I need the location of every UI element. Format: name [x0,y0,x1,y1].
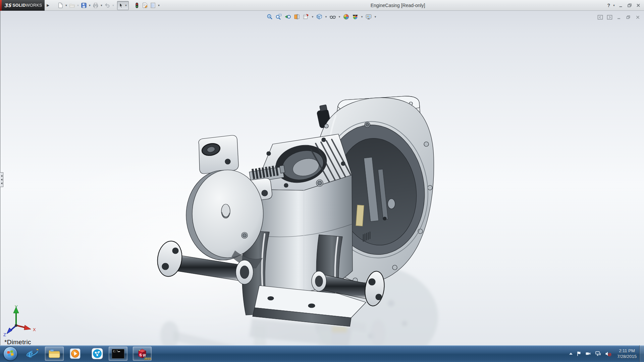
doc-close-button[interactable] [634,13,641,21]
previous-view-icon [284,13,291,20]
rebuild-button[interactable] [133,1,141,10]
open-button[interactable] [68,1,76,10]
triad-z-label: Z [3,332,6,337]
file-properties-button[interactable] [141,1,149,10]
media-player-icon [69,348,81,359]
apply-scene-icon [352,13,359,20]
left-axle-flange-part [155,240,184,278]
start-button[interactable] [3,347,17,361]
undo-button[interactable] [103,1,111,10]
doc-restore-button[interactable] [625,13,632,21]
solidworks-window: ƷS SOLIDWORKS ▶ ▼ ▼ [0,0,644,362]
power-plug-icon[interactable] [585,351,591,356]
zoom-to-area-icon [275,13,282,20]
save-floppy-icon [81,2,87,8]
annotation-views-button[interactable] [302,13,310,21]
options-list-icon [150,2,156,8]
taskbar-collaboration-app[interactable] [91,347,104,361]
view-orientation-cube-icon [316,13,323,20]
featuremanager-splitter-tab[interactable] [0,172,3,187]
app-window-controls: ? ▼ [606,0,642,11]
undo-arrow-icon [104,2,110,8]
windows-flag-icon [6,350,14,358]
apply-scene-button[interactable] [351,13,359,21]
solidworks-year-badge: 2015 [144,357,151,360]
show-desktop-button[interactable] [639,345,644,362]
new-dropdown-arrow[interactable]: ▼ [64,1,68,10]
restore-button[interactable] [626,2,633,9]
taskbar-solidworks[interactable]: S W 2015 [133,347,152,361]
new-document-icon [57,2,63,8]
network-icon[interactable] [595,351,601,356]
taskbar-clock[interactable]: 2:11 PM 7/28/2015 [615,348,639,359]
folder-icon [48,349,60,359]
taskbar-media-player[interactable] [68,347,82,361]
zoom-to-area-button[interactable] [275,13,283,21]
zoom-to-fit-button[interactable] [266,13,274,21]
select-dropdown-arrow[interactable]: ▼ [124,1,128,10]
menu-expand-arrow-icon[interactable]: ▶ [46,2,50,8]
view-orientation-dropdown-arrow[interactable]: ▼ [324,13,328,21]
options-button[interactable] [149,1,157,10]
annotation-views-dropdown-arrow[interactable]: ▼ [311,13,314,21]
display-style-dropdown-arrow[interactable]: ▼ [338,13,341,21]
system-tray: 2:11 PM 7/28/2015 [569,345,639,362]
volume-muted-icon[interactable] [605,351,611,357]
svg-text:S: S [140,353,142,357]
triad-x-label: X [33,327,36,332]
command-prompt-icon: C:\ [112,349,124,359]
engine-casing-model[interactable] [0,11,644,345]
view-settings-dropdown-arrow[interactable]: ▼ [374,13,377,21]
pane-left-button[interactable] [596,13,604,21]
save-button[interactable] [80,1,88,10]
open-dropdown-arrow[interactable]: ▼ [76,1,80,10]
display-style-glasses-icon [329,13,336,20]
edit-appearance-button[interactable] [342,13,350,21]
svg-text:e: e [28,348,33,360]
apply-scene-dropdown-arrow[interactable]: ▼ [360,13,364,21]
help-button[interactable]: ? [606,3,611,8]
rebuild-traffic-light-icon [134,2,140,8]
solidworks-logo: ƷS SOLIDWORKS [2,0,45,11]
annotation-views-icon [303,13,309,20]
taskbar-internet-explorer[interactable]: e [25,347,40,361]
save-dropdown-arrow[interactable]: ▼ [88,1,92,10]
pane-right-button[interactable] [606,13,613,21]
document-title: EngineCasing [Read-only] [371,3,425,8]
new-document-button[interactable] [56,1,64,10]
close-button[interactable] [635,2,642,9]
taskbar-command-prompt[interactable]: C:\ [109,347,127,361]
view-settings-monitor-icon [365,13,372,20]
help-dropdown-arrow[interactable]: ▼ [612,1,616,10]
select-tool-button[interactable]: ▼ [117,1,129,10]
print-icon [93,2,99,8]
print-dropdown-arrow[interactable]: ▼ [100,1,103,10]
standard-toolbar: ▼ ▼ ▼ [56,1,161,10]
minimize-button[interactable] [617,2,625,9]
doc-minimize-button[interactable] [615,13,623,21]
windows-taskbar: e [0,345,644,362]
taskbar-windows-explorer[interactable] [45,347,64,361]
options-dropdown-arrow[interactable]: ▼ [157,1,161,10]
view-settings-button[interactable] [365,13,373,21]
view-orientation-label: *Dimetric [4,339,31,346]
graphics-viewport[interactable] [0,11,644,345]
solidworks-logo-text: SOLIDWORKS [12,3,42,8]
display-style-button[interactable] [329,13,337,21]
print-button[interactable] [92,1,100,10]
undo-dropdown-arrow[interactable]: ▼ [111,1,115,10]
collapse-arrow-icon [1,175,2,177]
collapse-arrow-icon [1,179,2,181]
action-center-flag-icon[interactable] [576,351,582,357]
clock-time: 2:11 PM [615,348,639,354]
open-folder-icon [69,2,75,8]
internet-explorer-icon: e [25,347,39,360]
show-hidden-icons-button[interactable] [569,353,573,355]
section-view-button[interactable] [293,13,301,21]
file-properties-icon [142,2,148,8]
document-window-controls [596,13,641,21]
previous-view-button[interactable] [284,13,292,21]
title-bar[interactable]: ƷS SOLIDWORKS ▶ ▼ ▼ [0,0,644,11]
headsup-view-toolbar: ▼ ▼ ▼ [266,13,377,21]
view-orientation-button[interactable] [315,13,323,21]
